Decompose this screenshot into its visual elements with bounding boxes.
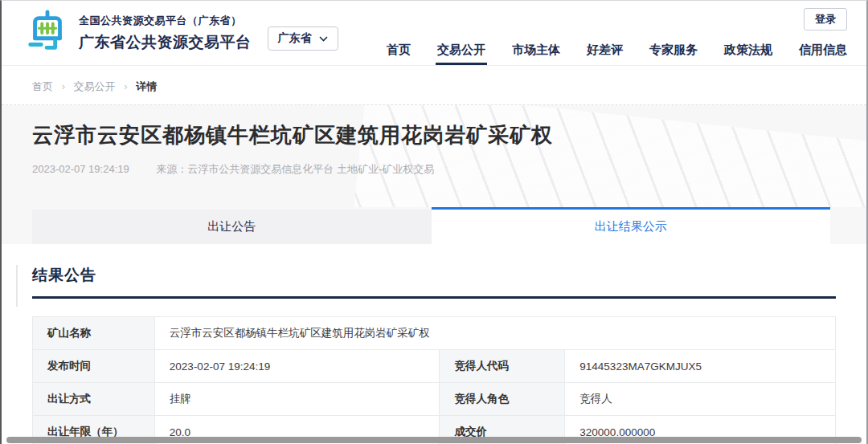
nav-item-trade-public[interactable]: 交易公开 xyxy=(437,43,485,65)
login-button[interactable]: 登录 xyxy=(804,8,847,31)
table-row: 发布时间 2023-02-07 19:24:19 竞得人代码 91445323M… xyxy=(33,350,836,383)
section-head: 结果公告 xyxy=(32,265,836,299)
result-table: 矿山名称 云浮市云安区都杨镇牛栏坑矿区建筑用花岗岩矿采矿权 发布时间 2023-… xyxy=(32,316,836,444)
site-header: 全国公共资源交易平台（广东省） 广东省公共资源交易平台 广东省 登录 首页 交易… xyxy=(2,1,866,66)
cell-publish-time-label: 发布时间 xyxy=(33,350,155,383)
platform-title: 广东省公共资源交易平台 xyxy=(79,32,252,53)
brand-text: 全国公共资源交易平台（广东省） 广东省公共资源交易平台 xyxy=(79,14,252,53)
breadcrumb-separator: › xyxy=(62,80,65,92)
breadcrumb-home[interactable]: 首页 xyxy=(32,80,53,92)
tab-transfer-result[interactable]: 出让结果公示 xyxy=(432,207,831,244)
cell-winner-code-label: 竞得人代码 xyxy=(440,350,565,383)
cell-mine-name-value: 云浮市云安区都杨镇牛栏坑矿区建筑用花岗岩矿采矿权 xyxy=(154,317,835,350)
main-nav: 首页 交易公开 市场主体 好差评 专家服务 政策法规 信用信息 xyxy=(360,43,847,65)
cell-publish-time-value: 2023-02-07 19:24:19 xyxy=(154,350,440,383)
region-selector[interactable]: 广东省 xyxy=(268,26,338,51)
breadcrumb-current: 详情 xyxy=(136,80,157,92)
article-meta: 2023-02-07 19:24:19 来源：云浮市公共资源交易信息化平台 土地… xyxy=(32,162,836,177)
article-source: 来源：云浮市公共资源交易信息化平台 土地矿业-矿业权交易 xyxy=(156,163,434,175)
platform-subtitle: 全国公共资源交易平台（广东省） xyxy=(79,14,252,28)
nav-item-market-entity[interactable]: 市场主体 xyxy=(512,43,560,65)
section-title: 结果公告 xyxy=(32,265,836,286)
chevron-down-icon xyxy=(319,36,328,42)
cell-mine-name-label: 矿山名称 xyxy=(33,317,155,350)
cell-winner-role-value: 竞得人 xyxy=(565,383,836,416)
page-title: 云浮市云安区都杨镇牛栏坑矿区建筑用花岗岩矿采矿权 xyxy=(32,121,836,149)
breadcrumb-separator: › xyxy=(124,80,127,92)
browser-window: 全国公共资源交易平台（广东省） 广东省公共资源交易平台 广东省 登录 首页 交易… xyxy=(0,0,868,444)
breadcrumb-trade-public[interactable]: 交易公开 xyxy=(74,80,116,92)
nav-item-expert-service[interactable]: 专家服务 xyxy=(649,43,698,65)
breadcrumb: 首页 › 交易公开 › 详情 xyxy=(2,66,866,105)
header-right: 登录 首页 交易公开 市场主体 好差评 专家服务 政策法规 信用信息 xyxy=(360,1,847,65)
cell-transfer-method-label: 出让方式 xyxy=(33,383,155,416)
nav-item-credit-info[interactable]: 信用信息 xyxy=(799,43,847,65)
table-row: 出让方式 挂牌 竞得人角色 竞得人 xyxy=(33,383,836,416)
detail-tabs: 出让公告 出让结果公示 xyxy=(2,207,866,244)
cell-winner-code-value: 91445323MA7GKMJUX5 xyxy=(565,350,836,383)
publish-datetime: 2023-02-07 19:24:19 xyxy=(32,163,129,175)
result-section: 结果公告 矿山名称 云浮市云安区都杨镇牛栏坑矿区建筑用花岗岩矿采矿权 发布时间 … xyxy=(2,244,866,444)
article-header: 云浮市云安区都杨镇牛栏坑矿区建筑用花岗岩矿采矿权 2023-02-07 19:2… xyxy=(2,105,866,207)
yue-logo-icon[interactable] xyxy=(24,10,71,56)
nav-item-rating[interactable]: 好差评 xyxy=(587,43,623,65)
brand: 全国公共资源交易平台（广东省） 广东省公共资源交易平台 广东省 xyxy=(24,1,338,65)
table-row: 矿山名称 云浮市云安区都杨镇牛栏坑矿区建筑用花岗岩矿采矿权 xyxy=(33,317,836,350)
nav-item-policy[interactable]: 政策法规 xyxy=(724,43,772,65)
tab-transfer-announcement[interactable]: 出让公告 xyxy=(32,210,432,244)
cell-transfer-method-value: 挂牌 xyxy=(154,383,440,416)
nav-item-home[interactable]: 首页 xyxy=(387,43,411,65)
region-selector-label: 广东省 xyxy=(278,31,312,46)
horizontal-scrollbar[interactable] xyxy=(6,437,862,443)
cell-winner-role-label: 竞得人角色 xyxy=(440,383,565,416)
